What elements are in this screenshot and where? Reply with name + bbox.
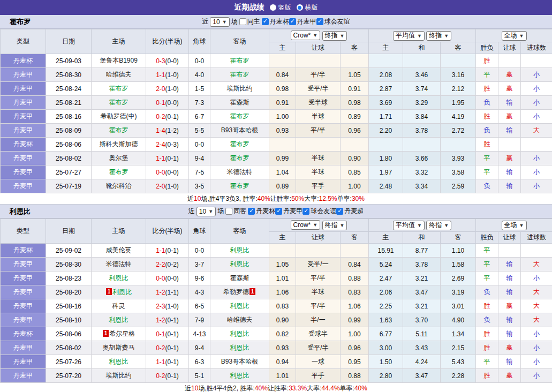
result-winloss: 胜 [476, 369, 498, 383]
full-time-score: 1-2 [156, 316, 165, 324]
bookmaker-select[interactable]: Crow*▼ [291, 31, 321, 40]
avg-away-odds: 1.95 [441, 96, 476, 110]
away-team-cell: 霍布罗 [210, 152, 269, 165]
team-name: 埃斯比约 [106, 372, 132, 379]
crow-final-select[interactable]: 终指▼ [322, 221, 347, 230]
league-checkbox[interactable]: 球会友谊 [303, 207, 336, 216]
result-goals: 小 [521, 272, 552, 285]
team-name: B93哥本哈根 [221, 126, 258, 134]
match-row: 丹麦甲25-07-27霍布罗0-0(0-0)7-5米德法特1.04半球0.851… [1, 165, 552, 179]
bookmaker-select[interactable]: Crow*▼ [291, 220, 321, 230]
avg-final-select[interactable]: 终指▼ [426, 221, 451, 230]
corner-cell: 4-3 [189, 285, 210, 299]
full-time-score: 1-1 [156, 71, 165, 79]
radio-icon[interactable] [270, 4, 276, 11]
result-goals: 大 [521, 258, 552, 272]
league-checkbox[interactable]: 球会友谊 [316, 17, 350, 26]
crow-handicap [296, 54, 341, 68]
crow-home-odds: 0.90 [269, 313, 296, 327]
result-goals: 小 [521, 68, 552, 82]
team-name: 米德法特 [227, 168, 253, 176]
checkbox-icon[interactable] [239, 18, 246, 25]
result-handicap: 输 [498, 285, 521, 299]
team-name: 霍布罗 [230, 71, 249, 78]
team-name: 希勒罗德(中) [101, 112, 137, 120]
team-name: 奥尔堡 [109, 154, 128, 162]
games-label: 场 [231, 17, 238, 26]
avg-home-odds: 2.08 [369, 68, 403, 82]
average-select[interactable]: 平均值▼ [393, 31, 425, 41]
checkbox-icon[interactable] [289, 18, 296, 25]
league-cell: 丹麦甲 [1, 258, 46, 272]
recent-count-select[interactable]: 10▼ [210, 17, 229, 27]
crow-home-odds: 1.05 [269, 258, 296, 272]
full-match-select[interactable]: 全场▼ [502, 221, 527, 230]
half-time-score: (0-1) [165, 316, 179, 324]
match-row: 丹麦甲25-08-30哈维德夫1-1(1-0)4-0霍布罗0.84平/半1.05… [1, 68, 552, 82]
layout-radio-vertical[interactable]: 竖版 [270, 3, 291, 12]
col-score: 比分(半场) [146, 219, 189, 244]
home-team-cell: 利恩比 [92, 313, 146, 327]
result-winloss: 负 [476, 285, 498, 299]
checkbox-icon[interactable] [316, 18, 323, 25]
checkbox-icon[interactable] [248, 208, 255, 215]
recent-count-select[interactable]: 10▼ [196, 207, 216, 216]
result-goals: 小 [521, 341, 552, 355]
away-team-cell: 霍布罗 [210, 110, 269, 124]
date-cell: 25-08-06 [46, 138, 92, 152]
match-row: 丹麦杯25-08-061希尔星格0-1(0-1)4-13利恩比0.82受球半1.… [1, 327, 552, 341]
team-name: 利恩比 [230, 344, 249, 351]
away-team-cell: 利恩比 [210, 369, 269, 383]
avg-draw-odds: 3.21 [403, 299, 441, 313]
result-goals: 小 [521, 96, 552, 110]
result-winloss: 平 [476, 244, 498, 258]
result-goals [521, 138, 552, 152]
layout-radio-horizontal[interactable]: 横版 [297, 3, 318, 12]
col-crow-away: 客 [341, 232, 369, 244]
full-match-group-header: 全场▼ [476, 29, 552, 42]
date-cell: 25-07-19 [46, 179, 92, 193]
result-handicap: 输 [498, 96, 521, 110]
full-match-select[interactable]: 全场▼ [502, 31, 527, 41]
avg-home-odds: 2.48 [369, 179, 403, 193]
league-checkbox[interactable]: 丹麦超 [336, 207, 364, 216]
league-checkbox[interactable]: 丹麦甲 [275, 207, 303, 216]
same-venue-checkbox[interactable]: 同客 [225, 207, 246, 216]
average-select[interactable]: 平均值▼ [393, 221, 425, 230]
avg-home-odds: 3.00 [369, 341, 403, 355]
full-time-score: 0-0 [156, 275, 165, 282]
result-winloss: 胜 [476, 327, 498, 341]
league-cell: 丹麦甲 [1, 179, 46, 193]
avg-final-select[interactable]: 终指▼ [426, 31, 451, 41]
match-row: 丹麦甲25-08-21霍布罗0-1(0-0)7-3霍森斯0.91受半球0.983… [1, 96, 552, 110]
score-cell: 0-1(0-1) [146, 327, 189, 341]
match-row: 丹麦杯25-08-06斯科夫斯加德2-4(0-3)0-0霍布罗胜 [1, 138, 552, 152]
league-checkbox[interactable]: 丹麦甲 [289, 17, 316, 26]
recent-results-page: 近期战绩 竖版 横版 霍布罗 近 10▼ 场 同主 丹麦杯丹麦甲球会友谊 [0, 0, 552, 392]
checkbox-icon[interactable] [275, 208, 282, 215]
crow-final-select[interactable]: 终指▼ [322, 31, 347, 41]
result-winloss: 负 [476, 313, 498, 327]
date-cell: 25-08-06 [46, 327, 92, 341]
league-checkbox[interactable]: 丹麦杯 [262, 17, 289, 26]
checkbox-icon[interactable] [336, 208, 343, 215]
home-team-cell: 1希尔星格 [92, 327, 146, 341]
league-checkbox[interactable]: 丹麦杯 [248, 207, 275, 216]
match-row: 丹麦甲25-08-02奥胡斯费马0-2(0-1)9-4利恩比0.93受平/半0.… [1, 341, 552, 355]
checkbox-icon[interactable] [303, 208, 309, 215]
crow-handicap: 半/一 [296, 313, 341, 327]
checkbox-icon[interactable] [262, 18, 269, 25]
home-team-cell: 咸美伦英 [92, 244, 146, 258]
team-name: 利恩比 [230, 302, 249, 310]
checkbox-icon[interactable] [225, 208, 232, 215]
avg-group-header: 平均值▼ 终指▼ [369, 219, 476, 232]
col-type: 类型 [1, 219, 46, 244]
crow-group-header: Crow*▼ 终指▼ [269, 219, 369, 232]
radio-selected-icon[interactable] [297, 4, 303, 11]
result-goals: 大 [521, 124, 552, 138]
league-cell: 丹麦甲 [1, 313, 46, 327]
result-handicap [498, 138, 521, 152]
chevron-down-icon: ▼ [340, 223, 345, 228]
same-venue-checkbox[interactable]: 同主 [239, 17, 260, 26]
col-crow-away: 客 [341, 42, 369, 54]
